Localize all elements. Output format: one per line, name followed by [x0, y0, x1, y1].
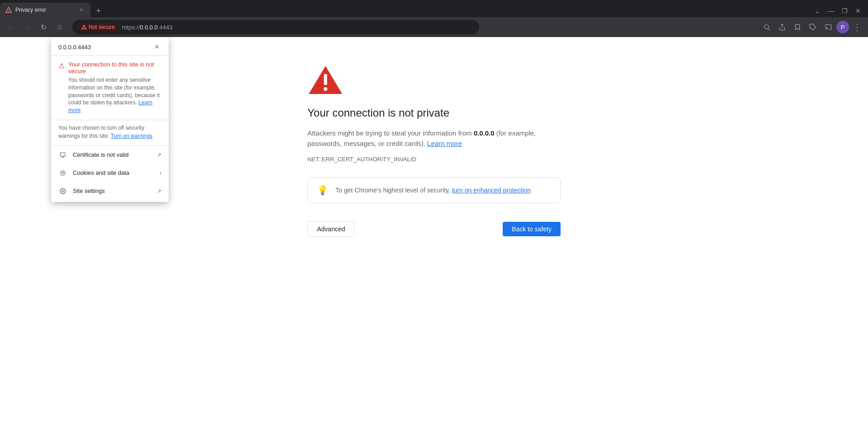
- svg-point-14: [62, 190, 64, 192]
- nav-bar: ← → ↻ ⌂ Not secure https://0.0.0.0:4443: [0, 17, 868, 37]
- url-prefix: https://: [122, 24, 140, 31]
- browser-chrome: ! Privacy error × + ⌄ — ❐ ✕ ← → ↻ ⌂ Not: [0, 0, 868, 37]
- popup-warning-icon: ⚠: [58, 61, 65, 70]
- enhanced-protection-link[interactable]: turn on enhanced protection: [452, 187, 531, 194]
- window-minimize-button[interactable]: —: [825, 6, 837, 15]
- window-restore-button[interactable]: ❐: [838, 6, 851, 15]
- omnibox[interactable]: Not secure https://0.0.0.0:4443: [72, 20, 479, 34]
- cast-icon: [825, 23, 832, 31]
- turn-on-warnings-link[interactable]: Turn on warnings: [111, 133, 152, 139]
- popup-security-row: ⚠ Your connection to this site is not se…: [58, 61, 161, 114]
- share-icon-button[interactable]: [775, 20, 789, 34]
- lightbulb-icon: 💡: [317, 185, 328, 196]
- security-badge-text: Not secure: [89, 24, 115, 30]
- svg-point-12: [63, 172, 64, 172]
- popup-security-content: Your connection to this site is not secu…: [68, 61, 161, 114]
- popup-site-settings-label: Site settings: [73, 187, 151, 194]
- tab-bar: ! Privacy error × + ⌄ — ❐ ✕: [0, 0, 868, 17]
- popup-security-desc: You should not enter any sensitive infor…: [68, 76, 161, 114]
- svg-point-2: [84, 28, 84, 28]
- popup-warnings-text: You have chosen to turn off security war…: [58, 124, 161, 140]
- popup-menu-site-settings[interactable]: Site settings ↗: [51, 182, 169, 200]
- popup-menu-cookies[interactable]: Cookies and site data ›: [51, 164, 169, 182]
- bookmark-icon-button[interactable]: [790, 20, 805, 34]
- profile-avatar[interactable]: P: [836, 21, 849, 33]
- error-learn-more-link[interactable]: Learn more: [427, 140, 462, 147]
- menu-button[interactable]: ⋮: [850, 20, 864, 34]
- svg-point-3: [764, 25, 769, 29]
- warning-triangle-icon: [81, 24, 87, 30]
- svg-line-4: [768, 28, 770, 30]
- cast-icon-button[interactable]: [821, 20, 835, 34]
- home-button[interactable]: ⌂: [52, 20, 67, 34]
- search-icon-button[interactable]: [760, 20, 774, 34]
- popup-certificate-external-icon: ↗: [157, 152, 161, 158]
- warning-triangle-large: [307, 64, 344, 96]
- window-controls: ⌄ — ❐ ✕: [811, 6, 868, 17]
- forward-button[interactable]: →: [20, 20, 34, 34]
- url-suffix: :4443: [158, 24, 173, 31]
- extensions-icon-button[interactable]: [806, 20, 820, 34]
- error-code: NET::ERR_CERT_AUTHORITY_INVALID: [307, 156, 416, 163]
- svg-point-10: [61, 171, 66, 176]
- cookies-icon: [58, 169, 67, 178]
- popup-close-button[interactable]: ×: [152, 42, 161, 52]
- svg-point-13: [63, 173, 63, 174]
- certificate-icon: [58, 150, 67, 159]
- popup-site-settings-external-icon: ↗: [157, 188, 161, 194]
- tab-close-button[interactable]: ×: [78, 6, 85, 14]
- tab-warning-icon: !: [5, 7, 12, 13]
- security-tip-box: 💡 To get Chrome's highest level of secur…: [307, 177, 561, 203]
- svg-rect-1: [84, 27, 84, 28]
- svg-point-11: [62, 172, 62, 173]
- back-button[interactable]: ←: [4, 20, 18, 34]
- error-description: Attackers might be trying to steal your …: [307, 128, 561, 149]
- bookmark-icon: [794, 23, 801, 31]
- error-domain: 0.0.0.0: [474, 129, 495, 137]
- popup-cookies-label: Cookies and site data: [73, 169, 154, 176]
- back-to-safety-button[interactable]: Back to safety: [503, 222, 561, 236]
- popup-cookies-arrow-icon: ›: [160, 170, 161, 176]
- url-host: 0.0.0.0: [140, 24, 158, 31]
- nav-right-icons: P ⋮: [760, 20, 864, 34]
- popup-certificate-label: Certificate is not valid: [73, 151, 151, 158]
- security-popup: 0.0.0.0:4443 × ⚠ Your connection to this…: [51, 37, 169, 202]
- active-tab[interactable]: ! Privacy error ×: [0, 3, 90, 17]
- page-content: 0.0.0.0:4443 × ⚠ Your connection to this…: [0, 37, 868, 445]
- svg-rect-16: [324, 74, 327, 85]
- popup-security-section: ⚠ Your connection to this site is not se…: [51, 56, 169, 120]
- svg-point-17: [324, 87, 327, 91]
- error-container: Your connection is not private Attackers…: [298, 64, 570, 237]
- popup-url: 0.0.0.0:4443: [58, 44, 91, 51]
- tab-title: Privacy error: [15, 7, 74, 13]
- window-close-button[interactable]: ✕: [852, 6, 864, 15]
- security-badge[interactable]: Not secure: [78, 23, 118, 31]
- search-icon: [763, 23, 770, 31]
- advanced-button[interactable]: Advanced: [307, 221, 354, 237]
- popup-warnings-section: You have chosen to turn off security war…: [51, 120, 169, 146]
- popup-header: 0.0.0.0:4443 ×: [51, 37, 169, 56]
- share-icon: [778, 23, 786, 31]
- url-display: https://0.0.0.0:4443: [122, 24, 474, 31]
- reload-button[interactable]: ↻: [36, 20, 51, 34]
- window-more-button[interactable]: ⌄: [811, 6, 824, 15]
- security-tip-text: To get Chrome's highest level of securit…: [335, 187, 531, 194]
- svg-text:!: !: [8, 9, 9, 13]
- svg-rect-7: [61, 153, 66, 156]
- extensions-icon: [809, 23, 816, 31]
- popup-menu-certificate[interactable]: Certificate is not valid ↗: [51, 146, 169, 164]
- gear-icon: [58, 187, 67, 196]
- buttons-row: Advanced Back to safety: [307, 221, 561, 237]
- error-title: Your connection is not private: [307, 107, 449, 119]
- popup-security-title: Your connection to this site is not secu…: [68, 61, 161, 75]
- new-tab-button[interactable]: +: [92, 5, 105, 17]
